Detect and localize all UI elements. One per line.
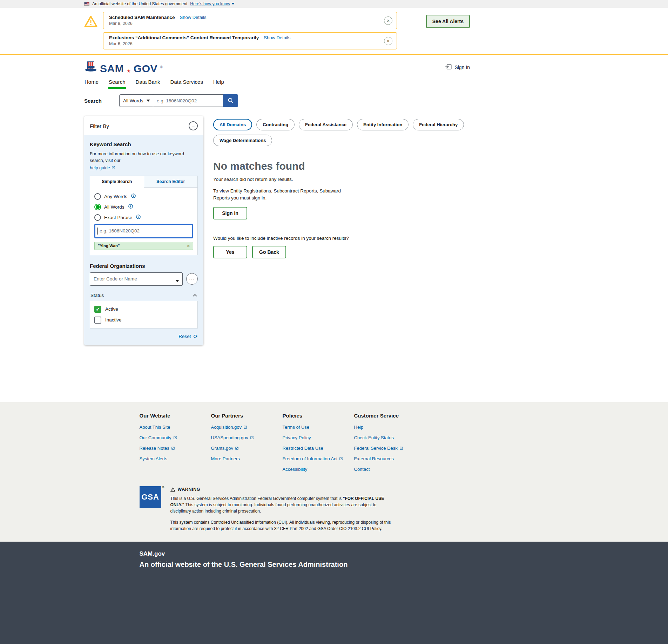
radio-any-words[interactable]: [94, 193, 101, 200]
no-results-text: Your search did not return any results.: [213, 177, 470, 182]
status-title: Status: [90, 293, 104, 298]
how-you-know-link[interactable]: Here’s how you know: [190, 1, 235, 6]
footer-link-restricted-data-use[interactable]: Restricted Data Use: [283, 446, 354, 451]
warning-triangle-icon: [170, 487, 175, 492]
radio-any-words-label: Any Words: [104, 194, 127, 199]
radio-exact-phrase[interactable]: [94, 214, 101, 221]
nav-item-search[interactable]: Search: [108, 77, 126, 89]
info-icon[interactable]: [136, 215, 141, 219]
external-link-icon: [250, 436, 254, 440]
footer-link-about-this-site[interactable]: About This Site: [140, 425, 211, 430]
reset-refresh-icon[interactable]: ⟳: [193, 333, 198, 340]
chip-remove-icon[interactable]: ×: [187, 243, 190, 249]
checkbox-inactive[interactable]: [94, 317, 101, 324]
nav-item-data-services[interactable]: Data Services: [170, 77, 203, 89]
domain-pill-contracting[interactable]: Contracting: [256, 119, 295, 130]
external-link-icon: [112, 166, 115, 170]
help-guide-link[interactable]: help guide: [90, 165, 115, 170]
keyword-search-title: Keyword Search: [90, 141, 198, 147]
header-sign-in-link[interactable]: Sign In: [445, 64, 470, 71]
footer-official-text: An official website of the U.S. General …: [140, 561, 529, 569]
yes-button[interactable]: Yes: [213, 246, 247, 258]
sam-gov-logo[interactable]: SAM ★ GOV ®: [84, 61, 162, 74]
see-all-alerts-button[interactable]: See All Alerts: [426, 15, 470, 28]
footer-link-contact[interactable]: Contact: [354, 467, 426, 472]
external-link-icon: [339, 457, 343, 461]
warning-paragraph-1: This is a U.S. General Services Administ…: [170, 495, 398, 514]
nav-item-home[interactable]: Home: [84, 77, 99, 89]
tab-simple-search[interactable]: Simple Search: [90, 176, 144, 188]
footer-link-usaspending-gov[interactable]: USASpending.gov: [211, 435, 283, 440]
footer-column-policies: Policies Terms of Use Privacy Policy Res…: [283, 413, 354, 477]
status-options: ✓ Active Inactive: [90, 301, 198, 328]
status-header[interactable]: Status: [90, 293, 198, 301]
logo-text-gov: GOV: [134, 63, 157, 74]
search-mode-value: All Words: [123, 98, 143, 103]
footer-link-check-entity-status[interactable]: Check Entity Status: [354, 435, 426, 440]
help-guide-label: help guide: [90, 165, 110, 170]
warning-triangle-icon: [84, 15, 98, 29]
keyword-search-input[interactable]: [94, 224, 193, 238]
reset-filters-link[interactable]: Reset: [178, 334, 191, 339]
org-more-options-icon[interactable]: ···: [186, 273, 198, 285]
checkbox-active[interactable]: ✓: [94, 306, 101, 313]
alert-title: Exclusions “Additional Comments” Content…: [109, 35, 259, 40]
collapse-filters-icon[interactable]: −: [189, 121, 198, 130]
simple-search-box: Any Words All Words Exac: [90, 188, 198, 255]
info-icon[interactable]: [131, 194, 136, 198]
us-flag-icon: [84, 2, 89, 6]
nav-item-help[interactable]: Help: [213, 77, 224, 89]
alert-close-icon[interactable]: ×: [384, 37, 392, 45]
federal-org-input[interactable]: [90, 272, 183, 286]
domain-pill-federal-assistance[interactable]: Federal Assistance: [299, 119, 353, 130]
warning-title: WARNING: [178, 486, 201, 493]
footer-link-foia[interactable]: Freedom of Information Act: [283, 456, 354, 461]
footer-link-federal-service-desk[interactable]: Federal Service Desk: [354, 446, 426, 451]
footer-link-terms-of-use[interactable]: Terms of Use: [283, 425, 354, 430]
alert-close-icon[interactable]: ×: [384, 16, 392, 25]
domain-pill-all-domains[interactable]: All Domains: [213, 119, 252, 130]
sign-in-note: To view Entity Registrations, Subcontrac…: [213, 188, 355, 201]
nav-item-data-bank[interactable]: Data Bank: [135, 77, 161, 89]
external-link-icon: [243, 425, 247, 429]
results-sign-in-button[interactable]: Sign In: [213, 207, 247, 219]
footer-column-title: Our Website: [140, 413, 211, 419]
alert-show-details-link[interactable]: Show Details: [264, 35, 290, 40]
top-search-input[interactable]: [153, 94, 223, 107]
uncle-sam-hat-icon: [84, 61, 97, 74]
domain-pill-wage-determinations[interactable]: Wage Determinations: [213, 135, 272, 146]
search-mode-select[interactable]: All Words: [119, 94, 153, 107]
footer-link-system-alerts[interactable]: System Alerts: [140, 456, 211, 461]
site-header: SAM ★ GOV ® Sign In: [0, 55, 668, 77]
warning-block: WARNING This is a U.S. General Services …: [170, 486, 398, 532]
keyword-chip: "Ying Wan" ×: [94, 242, 193, 250]
radio-all-words[interactable]: [94, 204, 101, 210]
info-icon[interactable]: [128, 204, 133, 209]
search-submit-button[interactable]: [223, 94, 238, 107]
footer-link-our-community[interactable]: Our Community: [140, 435, 211, 440]
go-back-button[interactable]: Go Back: [252, 246, 286, 258]
alert-item: Exclusions “Additional Comments” Content…: [103, 32, 397, 49]
alerts-section: Scheduled SAM Maintenance Show Details M…: [0, 8, 668, 55]
footer-link-more-partners[interactable]: More Partners: [211, 456, 283, 461]
domain-pill-federal-hierarchy[interactable]: Federal Hierarchy: [413, 119, 464, 130]
federal-organizations-title: Federal Organizations: [90, 263, 198, 269]
checkbox-active-label: Active: [105, 306, 118, 312]
chevron-down-icon[interactable]: [175, 277, 179, 284]
chevron-down-icon: [147, 100, 150, 102]
domain-pill-entity-information[interactable]: Entity Information: [357, 119, 409, 130]
tab-search-editor[interactable]: Search Editor: [144, 176, 198, 188]
footer-column-customer-service: Customer Service Help Check Entity Statu…: [354, 413, 426, 477]
footer-link-acquisition-gov[interactable]: Acquisition.gov: [211, 425, 283, 430]
alert-show-details-link[interactable]: Show Details: [180, 15, 207, 20]
footer-link-external-resources[interactable]: External Resources: [354, 456, 426, 461]
footer-link-grants-gov[interactable]: Grants.gov: [211, 446, 283, 451]
footer-column-title: Customer Service: [354, 413, 426, 419]
footer-link-release-notes[interactable]: Release Notes: [140, 446, 211, 451]
top-search-bar: Search All Words: [84, 89, 470, 115]
footer-link-privacy-policy[interactable]: Privacy Policy: [283, 435, 354, 440]
alert-date: Mar 9, 2026: [109, 21, 379, 26]
footer-link-accessibility[interactable]: Accessibility: [283, 467, 354, 472]
footer-link-help[interactable]: Help: [354, 425, 426, 430]
logo-text-sam: SAM: [100, 63, 124, 74]
